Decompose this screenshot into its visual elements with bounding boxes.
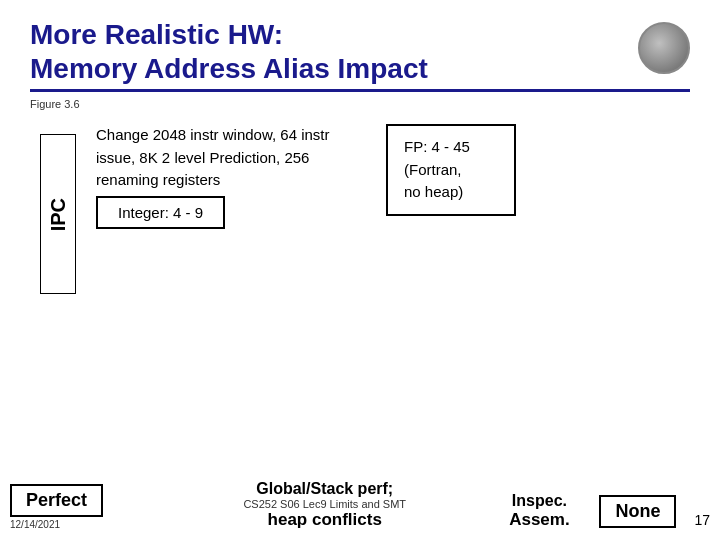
- page-title: More Realistic HW: Memory Address Alias …: [30, 18, 428, 85]
- content-area: IPC Change 2048 instr window, 64 instr i…: [40, 124, 690, 294]
- description-text: Change 2048 instr window, 64 instr issue…: [96, 124, 356, 192]
- integer-box: Integer: 4 - 9: [96, 196, 225, 229]
- assem-text: Assem.: [509, 510, 569, 530]
- bottom-inspec: Inspec. Assem.: [489, 492, 589, 530]
- top-row: Change 2048 instr window, 64 instr issue…: [96, 124, 690, 229]
- bottom-middle: Global/Stack perf; CS252 S06 Lec9 Limits…: [160, 480, 489, 530]
- heap-conflicts-text: heap conflicts: [268, 510, 382, 530]
- global-stack-text: Global/Stack perf;: [256, 480, 393, 498]
- page-container: More Realistic HW: Memory Address Alias …: [0, 0, 720, 540]
- page-number: 17: [694, 512, 710, 528]
- inspec-text: Inspec.: [512, 492, 567, 510]
- ipc-label-box: IPC: [40, 134, 76, 294]
- course-label: CS252 S06 Lec9 Limits and SMT: [243, 498, 406, 510]
- perfect-box: Perfect: [10, 484, 103, 517]
- fp-box: FP: 4 - 45 (Fortran, no heap): [386, 124, 516, 216]
- none-box: None: [599, 495, 676, 528]
- bottom-bar: Perfect 12/14/2021 Global/Stack perf; CS…: [0, 480, 720, 530]
- logo-icon: [638, 22, 690, 74]
- title-block: More Realistic HW: Memory Address Alias …: [30, 18, 428, 85]
- description-block: Change 2048 instr window, 64 instr issue…: [96, 124, 356, 229]
- date-label: 12/14/2021: [10, 519, 60, 530]
- ipc-label-text: IPC: [47, 198, 70, 231]
- bottom-right: None 17: [599, 495, 710, 530]
- figure-label: Figure 3.6: [30, 98, 690, 110]
- header-section: More Realistic HW: Memory Address Alias …: [30, 18, 690, 85]
- bottom-left: Perfect 12/14/2021: [10, 484, 150, 530]
- main-content: Change 2048 instr window, 64 instr issue…: [96, 124, 690, 249]
- divider: [30, 89, 690, 92]
